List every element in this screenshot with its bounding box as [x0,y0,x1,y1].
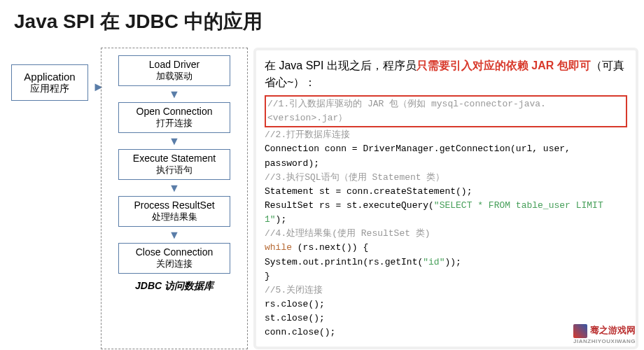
explanation-panel: 在 Java SPI 出现之后，程序员只需要引入对应的依赖 JAR 包即可（可真… [253,48,638,349]
jdbc-flow-box: Load Driver 加载驱动 ▼ Open Connection 打开连接 … [101,48,248,349]
code-block: //1.引入数据库驱动的 JAR 包（例如 mysql-connector-ja… [265,95,627,340]
arrow-down-icon: ▼ [169,89,180,100]
app-en: Application [19,71,80,83]
watermark-logo-icon [573,324,587,338]
arrow-down-icon: ▼ [169,183,180,194]
arrow-down-icon: ▼ [169,230,180,241]
flow-caption: JDBC 访问数据库 [135,280,214,293]
step-close-connection: Close Connection 关闭连接 [118,243,230,274]
explanation-text: 在 Java SPI 出现之后，程序员只需要引入对应的依赖 JAR 包即可（可真… [265,57,627,91]
step-process-resultset: Process ResultSet 处理结果集 [118,196,230,227]
arrow-down-icon: ▼ [169,136,180,147]
content-area: ► Application 应用程序 Load Driver 加载驱动 ▼ Op… [0,43,644,349]
step-open-connection: Open Connection 打开连接 [118,102,230,133]
app-cn: 应用程序 [19,83,80,95]
page-title: Java SPI 在 JDBC 中的应用 [0,0,644,43]
step-load-driver: Load Driver 加载驱动 [118,55,230,86]
watermark: 骞之游戏网 JIANZHIYOUXIWANG [573,324,636,344]
application-box: Application 应用程序 [11,64,88,101]
highlighted-comment: //1.引入数据库驱动的 JAR 包（例如 mysql-connector-ja… [265,95,627,127]
step-execute-statement: Execute Statement 执行语句 [118,149,230,180]
